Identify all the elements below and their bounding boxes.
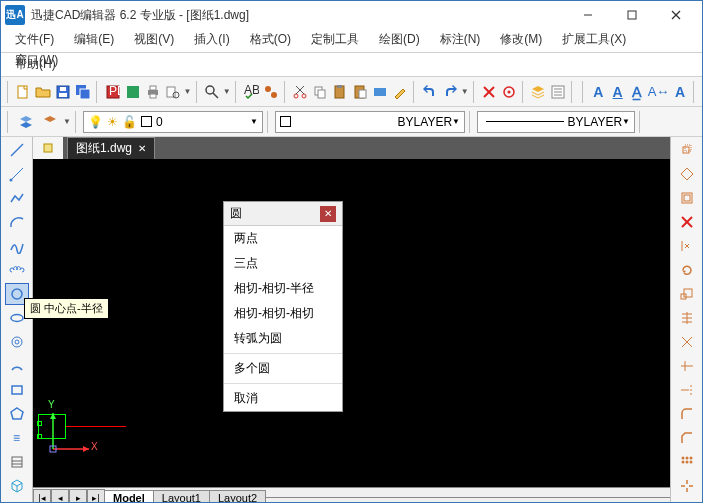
linetype-combo[interactable]: BYLAYER ▼ xyxy=(477,111,635,133)
tab-close-icon[interactable]: ✕ xyxy=(138,143,146,154)
cross-icon[interactable] xyxy=(675,331,699,353)
menu-custom-tools[interactable]: 定制工具 xyxy=(301,29,369,50)
spline-icon[interactable] xyxy=(5,235,29,257)
rotate-icon[interactable] xyxy=(675,259,699,281)
cut-icon[interactable] xyxy=(291,81,309,103)
layout-last-button[interactable]: ▸| xyxy=(87,489,105,504)
menu-draw[interactable]: 绘图(D) xyxy=(369,29,430,50)
arc-icon[interactable] xyxy=(5,211,29,233)
layer-combo[interactable]: 💡 ☀ 🔓 0 ▼ xyxy=(83,111,263,133)
menu-format[interactable]: 格式(O) xyxy=(240,29,301,50)
text-style-a3-icon[interactable]: A̲ xyxy=(628,81,645,103)
ctx-multi[interactable]: 多个圆 xyxy=(224,356,342,381)
layer-manager-icon[interactable] xyxy=(15,111,37,133)
print-preview-icon[interactable] xyxy=(164,81,182,103)
polygon-icon[interactable] xyxy=(5,403,29,425)
dropdown-icon[interactable]: ▼ xyxy=(223,87,231,96)
layout-tab-model[interactable]: Model xyxy=(104,490,154,503)
chamfer-icon[interactable] xyxy=(675,427,699,449)
ctx-arc-to-circle[interactable]: 转弧为圆 xyxy=(224,326,342,351)
mirror-icon[interactable] xyxy=(675,235,699,257)
copy-icon[interactable] xyxy=(311,81,329,103)
copyclip-icon[interactable] xyxy=(331,81,349,103)
drawing-canvas[interactable]: X Y xyxy=(33,159,670,487)
color-combo[interactable]: BYLAYER ▼ xyxy=(275,111,465,133)
menu-view[interactable]: 视图(V) xyxy=(124,29,184,50)
save-icon[interactable] xyxy=(54,81,72,103)
layout-prev-button[interactable]: ◂ xyxy=(51,489,69,504)
scale-icon[interactable] xyxy=(675,283,699,305)
matchprop-icon[interactable] xyxy=(391,81,409,103)
delete-icon[interactable] xyxy=(480,81,498,103)
text-dim2-icon[interactable]: A↔ xyxy=(648,81,670,103)
layout-first-button[interactable]: |◂ xyxy=(33,489,51,504)
line-icon[interactable] xyxy=(5,139,29,161)
polyline-icon[interactable] xyxy=(5,187,29,209)
layer-state-icon[interactable] xyxy=(39,111,61,133)
find-icon[interactable] xyxy=(203,81,221,103)
ctx-two-point[interactable]: 两点 xyxy=(224,226,342,251)
rectangle-icon[interactable] xyxy=(5,379,29,401)
layout-tab-2[interactable]: Layout2 xyxy=(209,490,266,503)
menu-file[interactable]: 文件(F) xyxy=(5,29,64,50)
text-style-a2-icon[interactable]: A xyxy=(609,81,626,103)
close-button[interactable] xyxy=(654,1,698,29)
hatch-icon[interactable] xyxy=(5,451,29,473)
menu-insert[interactable]: 插入(I) xyxy=(184,29,239,50)
context-close-button[interactable]: ✕ xyxy=(320,206,336,222)
3d-icon[interactable] xyxy=(5,475,29,497)
text-style-a-icon[interactable]: A xyxy=(590,81,607,103)
explode-icon[interactable] xyxy=(675,475,699,497)
spellcheck-icon[interactable]: ABC xyxy=(242,81,260,103)
ctx-cancel[interactable]: 取消 xyxy=(224,386,342,411)
dropdown-icon[interactable]: ▼ xyxy=(461,87,469,96)
minimize-button[interactable] xyxy=(566,1,610,29)
donut-icon[interactable] xyxy=(5,331,29,353)
menu-help[interactable]: 帮助(H) xyxy=(5,54,66,75)
move-icon[interactable] xyxy=(675,139,699,161)
maximize-button[interactable] xyxy=(610,1,654,29)
menu-annotate[interactable]: 标注(N) xyxy=(430,29,491,50)
tab-scroll-button[interactable] xyxy=(33,137,63,159)
menu-edit[interactable]: 编辑(E) xyxy=(64,29,124,50)
erase-icon[interactable] xyxy=(675,211,699,233)
layout-tab-1[interactable]: Layout1 xyxy=(153,490,210,503)
revcloud-icon[interactable] xyxy=(5,259,29,281)
text-style-a4-icon[interactable]: A xyxy=(672,81,689,103)
pdf-icon[interactable]: PDF xyxy=(104,81,122,103)
layout-next-button[interactable]: ▸ xyxy=(69,489,87,504)
menu-modify[interactable]: 修改(M) xyxy=(490,29,552,50)
stretch-icon[interactable] xyxy=(675,307,699,329)
array-icon[interactable] xyxy=(675,451,699,473)
ctx-three-point[interactable]: 三点 xyxy=(224,251,342,276)
extend-icon[interactable] xyxy=(675,379,699,401)
open-icon[interactable] xyxy=(34,81,52,103)
fillet-icon[interactable] xyxy=(675,403,699,425)
document-tab[interactable]: 图纸1.dwg ✕ xyxy=(67,137,155,159)
svg-rect-51 xyxy=(12,457,22,467)
tool-icon[interactable] xyxy=(262,81,280,103)
lines-icon[interactable]: ≡ xyxy=(5,427,29,449)
dropdown-icon[interactable]: ▼ xyxy=(184,87,192,96)
properties-icon[interactable] xyxy=(549,81,567,103)
tool2-icon[interactable] xyxy=(371,81,389,103)
select-icon[interactable] xyxy=(500,81,518,103)
offset-icon[interactable] xyxy=(675,187,699,209)
new-icon[interactable] xyxy=(14,81,32,103)
undo-icon[interactable] xyxy=(421,81,439,103)
plot-icon[interactable] xyxy=(124,81,142,103)
dropdown-icon[interactable]: ▼ xyxy=(63,117,71,126)
copy2-icon[interactable] xyxy=(675,163,699,185)
menu-ext-tools[interactable]: 扩展工具(X) xyxy=(552,29,636,50)
ctx-ttt[interactable]: 相切-相切-相切 xyxy=(224,301,342,326)
ray-icon[interactable] xyxy=(5,163,29,185)
arc2-icon[interactable] xyxy=(5,355,29,377)
redo-icon[interactable] xyxy=(441,81,459,103)
ctx-ttr[interactable]: 相切-相切-半径 xyxy=(224,276,342,301)
saveall-icon[interactable] xyxy=(74,81,92,103)
svg-point-23 xyxy=(294,94,298,98)
paste-icon[interactable] xyxy=(351,81,369,103)
trim-icon[interactable] xyxy=(675,355,699,377)
print-icon[interactable] xyxy=(144,81,162,103)
layer-icon[interactable] xyxy=(529,81,547,103)
